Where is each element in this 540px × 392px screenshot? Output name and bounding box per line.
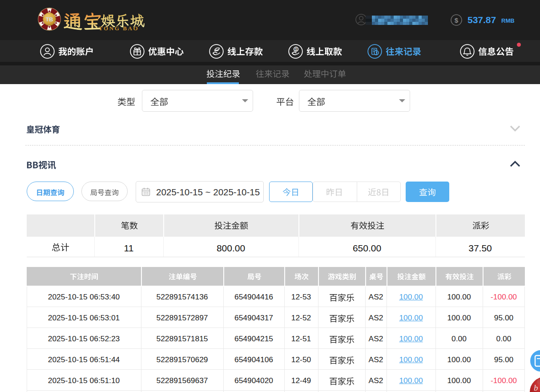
svg-text:$: $ <box>295 47 298 52</box>
svg-text:TB: TB <box>46 16 53 23</box>
svg-text:$: $ <box>455 16 459 24</box>
svg-text:b: b <box>534 383 538 392</box>
